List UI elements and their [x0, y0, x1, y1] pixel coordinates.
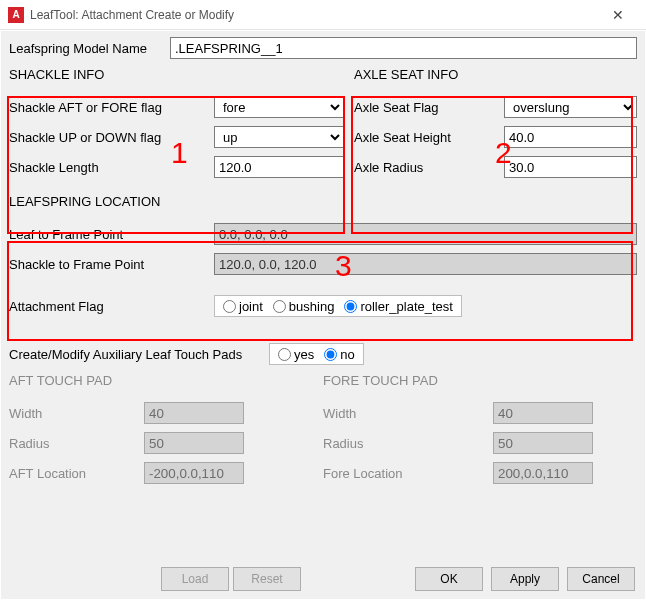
attachment-flag-bushing[interactable]: bushing	[273, 299, 335, 314]
touchpads-group: yes no	[269, 343, 364, 365]
fore-width-label: Width	[323, 406, 493, 421]
shackle-length-label: Shackle Length	[9, 160, 214, 175]
close-icon[interactable]: ✕	[598, 1, 638, 29]
axle-radius-label: Axle Radius	[354, 160, 504, 175]
ok-button[interactable]: OK	[415, 567, 483, 591]
model-name-input[interactable]	[170, 37, 637, 59]
fore-radius-input	[493, 432, 593, 454]
app-icon: A	[8, 7, 24, 23]
aft-pad-title: AFT TOUCH PAD	[9, 373, 323, 388]
shackle-to-frame-label: Shackle to Frame Point	[9, 257, 214, 272]
button-bar: Load Reset OK Apply Cancel	[1, 567, 645, 591]
shackle-length-input[interactable]	[214, 156, 344, 178]
cancel-button[interactable]: Cancel	[567, 567, 635, 591]
reset-button[interactable]: Reset	[233, 567, 301, 591]
axle-seat-flag-select[interactable]: overslung	[504, 96, 637, 118]
shackle-info-title: SHACKLE INFO	[9, 67, 344, 82]
window-titlebar: A LeafTool: Attachment Create or Modify …	[0, 0, 646, 30]
shackle-to-frame-input[interactable]	[214, 253, 637, 275]
axle-seat-flag-label: Axle Seat Flag	[354, 100, 504, 115]
axle-seat-height-label: Axle Seat Height	[354, 130, 504, 145]
leaf-to-frame-input[interactable]	[214, 223, 637, 245]
fore-pad-title: FORE TOUCH PAD	[323, 373, 637, 388]
attachment-flag-label: Attachment Flag	[9, 299, 214, 314]
fore-width-input	[493, 402, 593, 424]
location-title: LEAFSPRING LOCATION	[9, 194, 637, 209]
touchpads-no[interactable]: no	[324, 347, 354, 362]
aft-width-label: Width	[9, 406, 144, 421]
touchpads-label: Create/Modify Auxiliary Leaf Touch Pads	[9, 347, 269, 362]
window-title: LeafTool: Attachment Create or Modify	[30, 8, 598, 22]
model-name-label: Leafspring Model Name	[9, 41, 164, 56]
axle-radius-input[interactable]	[504, 156, 637, 178]
leaf-to-frame-label: Leaf to Frame Point	[9, 227, 214, 242]
aft-location-input	[144, 462, 244, 484]
aft-radius-label: Radius	[9, 436, 144, 451]
shackle-updown-label: Shackle UP or DOWN flag	[9, 130, 214, 145]
aft-location-label: AFT Location	[9, 466, 144, 481]
aft-width-input	[144, 402, 244, 424]
touchpads-yes[interactable]: yes	[278, 347, 314, 362]
fore-location-label: Fore Location	[323, 466, 493, 481]
load-button[interactable]: Load	[161, 567, 229, 591]
fore-radius-label: Radius	[323, 436, 493, 451]
apply-button[interactable]: Apply	[491, 567, 559, 591]
attachment-flag-roller[interactable]: roller_plate_test	[344, 299, 453, 314]
aft-radius-input	[144, 432, 244, 454]
shackle-aftfore-label: Shackle AFT or FORE flag	[9, 100, 214, 115]
shackle-updown-select[interactable]: up	[214, 126, 344, 148]
axle-seat-height-input[interactable]	[504, 126, 637, 148]
shackle-aftfore-select[interactable]: fore	[214, 96, 344, 118]
attachment-flag-group: joint bushing roller_plate_test	[214, 295, 462, 317]
attachment-flag-joint[interactable]: joint	[223, 299, 263, 314]
axle-seat-title: AXLE SEAT INFO	[354, 67, 637, 82]
fore-location-input	[493, 462, 593, 484]
